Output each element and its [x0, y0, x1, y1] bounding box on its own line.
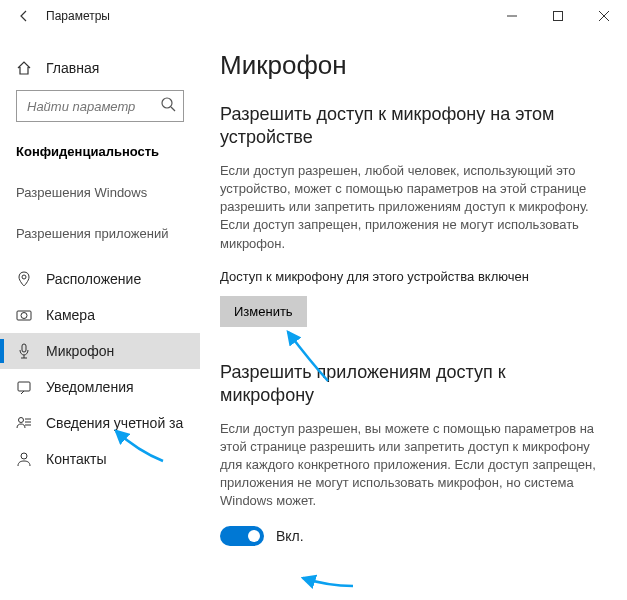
- svg-point-6: [21, 313, 27, 319]
- toggle-label: Вкл.: [276, 528, 304, 544]
- sidebar-item-account[interactable]: Сведения учетной записи: [0, 405, 200, 441]
- home-icon: [16, 60, 32, 76]
- window-title: Параметры: [46, 9, 110, 23]
- sidebar-item-notifications[interactable]: Уведомления: [0, 369, 200, 405]
- location-icon: [16, 271, 32, 287]
- apps-access-toggle[interactable]: [220, 526, 264, 546]
- svg-line-3: [171, 107, 175, 111]
- sidebar-item-label: Микрофон: [46, 343, 114, 359]
- sidebar: Главная Конфиденциальность Разрешения Wi…: [0, 32, 200, 600]
- search-input[interactable]: [16, 90, 184, 122]
- sidebar-item-label: Камера: [46, 307, 95, 323]
- sidebar-item-location[interactable]: Расположение: [0, 261, 200, 297]
- svg-rect-7: [22, 344, 26, 352]
- section1-body: Если доступ разрешен, любой человек, исп…: [220, 162, 603, 253]
- back-button[interactable]: [8, 0, 40, 32]
- sidebar-item-label: Сведения учетной записи: [46, 415, 184, 431]
- change-button[interactable]: Изменить: [220, 296, 307, 327]
- svg-rect-1: [554, 12, 563, 21]
- account-icon: [16, 415, 32, 431]
- sidebar-category-apps: Разрешения приложений: [0, 220, 200, 261]
- notification-icon: [16, 379, 32, 395]
- sidebar-home[interactable]: Главная: [0, 54, 200, 90]
- search-wrap: [16, 90, 184, 122]
- svg-point-10: [21, 453, 27, 459]
- sidebar-home-label: Главная: [46, 60, 99, 76]
- sidebar-item-label: Расположение: [46, 271, 141, 287]
- section2-heading: Разрешить приложениям доступ к микрофону: [220, 361, 603, 408]
- svg-point-9: [19, 418, 24, 423]
- svg-point-4: [22, 275, 26, 279]
- device-status: Доступ к микрофону для этого устройства …: [220, 269, 603, 284]
- page-title: Микрофон: [220, 50, 603, 81]
- sidebar-item-microphone[interactable]: Микрофон: [0, 333, 200, 369]
- svg-point-2: [162, 98, 172, 108]
- maximize-button[interactable]: [535, 0, 581, 32]
- minimize-button[interactable]: [489, 0, 535, 32]
- svg-rect-8: [18, 382, 30, 391]
- search-icon: [160, 96, 176, 116]
- sidebar-item-contacts[interactable]: Контакты: [0, 441, 200, 477]
- microphone-icon: [16, 343, 32, 359]
- sidebar-item-label: Контакты: [46, 451, 106, 467]
- sidebar-item-camera[interactable]: Камера: [0, 297, 200, 333]
- toggle-row: Вкл.: [220, 526, 603, 546]
- section1-heading: Разрешить доступ к микрофону на этом уст…: [220, 103, 603, 150]
- content: Микрофон Разрешить доступ к микрофону на…: [200, 32, 627, 600]
- window-controls: [489, 0, 627, 32]
- titlebar: Параметры: [0, 0, 627, 32]
- sidebar-section-label: Конфиденциальность: [0, 140, 200, 179]
- close-button[interactable]: [581, 0, 627, 32]
- section2-body: Если доступ разрешен, вы можете с помощь…: [220, 420, 603, 511]
- sidebar-item-label: Уведомления: [46, 379, 134, 395]
- contacts-icon: [16, 451, 32, 467]
- sidebar-category-windows: Разрешения Windows: [0, 179, 200, 220]
- camera-icon: [16, 307, 32, 323]
